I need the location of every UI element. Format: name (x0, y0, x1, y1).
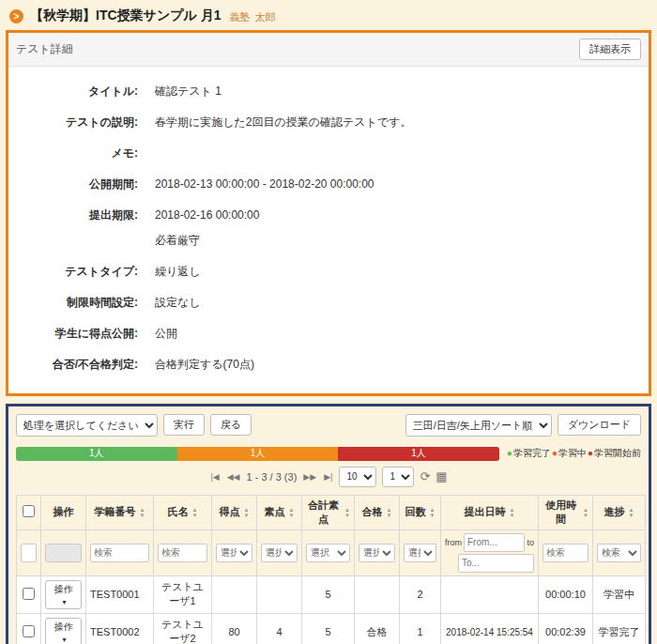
cell-duration: 00:02:39 (539, 613, 593, 644)
col-raw-score[interactable]: 素点 (257, 495, 302, 529)
progress-row: 1人 1人 1人 学習完了 学習中 学習開始前 (16, 447, 641, 461)
field-title-label: タイトル: (20, 84, 138, 100)
filter-progress-cell: 検索 (593, 529, 646, 575)
action-select-top[interactable]: 処理を選択してください (16, 414, 158, 437)
progress-legend: 学習完了 学習中 学習開始前 (507, 447, 641, 460)
cell-raw-score (257, 575, 302, 613)
cell-duration: 00:00:10 (539, 575, 593, 613)
field-publish-period-value: 2018-02-13 00:00:00 - 2018-02-20 00:00:0… (155, 176, 374, 192)
progress-bar: 1人 1人 1人 (16, 447, 499, 461)
pager-first-icon[interactable] (209, 472, 220, 482)
row-checkbox-cell (17, 613, 41, 644)
col-submitted-at[interactable]: 提出日時 (441, 495, 539, 529)
progress-segment-complete: 1人 (16, 447, 177, 461)
filter-count-cell: 選択 (400, 529, 441, 575)
sort-order-select[interactable]: 三田/日吉/矢上用ソート順 (405, 414, 552, 437)
submitted-to-input[interactable] (458, 554, 534, 573)
cell-score (212, 575, 257, 613)
field-time-limit: 制限時間設定: 設定なし (20, 295, 637, 311)
results-panel: 処理を選択してください 実行 戻る 三田/日吉/矢上用ソート順 ダウンロード 1… (6, 404, 651, 644)
filter-name-cell (154, 529, 212, 575)
sort-icon[interactable] (244, 507, 250, 518)
col-student-id[interactable]: 学籍番号 (86, 495, 154, 529)
legend-complete: 学習完了 (507, 447, 551, 460)
sort-icon[interactable] (387, 507, 392, 518)
pager-last-icon[interactable] (323, 472, 333, 482)
filter-raw-score-cell: 選択 (257, 529, 302, 575)
raw-score-filter-select[interactable]: 選択 (261, 544, 298, 562)
pass-filter-select[interactable]: 選択 (359, 544, 395, 562)
panel-title: テスト詳細 (16, 41, 73, 57)
cell-pass (355, 575, 400, 613)
filter-action-box (45, 544, 82, 562)
duration-filter-input[interactable] (542, 544, 588, 562)
deadline-datetime: 2018-02-16 00:00:00 (155, 207, 259, 223)
sort-icon[interactable] (289, 507, 295, 518)
count-filter-select[interactable]: 選択 (404, 544, 436, 562)
cell-name: テストユーザ2 (154, 613, 212, 644)
page-size-select[interactable]: 10 (339, 467, 376, 487)
cell-student-id: TEST0001 (86, 575, 154, 613)
back-button-top[interactable]: 戻る (210, 414, 252, 436)
row-action-cell: 操作 (41, 575, 86, 613)
row-action-button[interactable]: 操作 (45, 618, 82, 644)
col-score[interactable]: 得点 (212, 495, 257, 529)
col-progress[interactable]: 進捗 (593, 495, 646, 529)
header-link-user-family-name[interactable]: 義塾 (230, 10, 251, 24)
row-action-button[interactable]: 操作 (45, 580, 82, 609)
test-detail-body: タイトル: 確認テスト 1 テストの説明: 春学期に実施した2回目の授業の確認テ… (8, 67, 649, 393)
to-label: to (527, 538, 534, 547)
sort-icon[interactable] (629, 507, 634, 518)
header-link-user-given-name[interactable]: 太郎 (255, 10, 276, 24)
sort-icon[interactable] (510, 507, 515, 518)
sort-icon[interactable] (192, 507, 198, 518)
sort-icon[interactable] (140, 507, 145, 518)
table-row: 操作 TEST0002 テストユーザ2 80 4 5 合格 1 2018-02-… (17, 613, 646, 644)
total-raw-filter-select[interactable]: 選択 (306, 544, 350, 562)
field-pass-judgement-label: 合否/不合格判定: (20, 357, 138, 373)
field-test-type-label: テストタイプ: (20, 264, 138, 280)
sort-icon[interactable] (583, 507, 588, 518)
field-time-limit-label: 制限時間設定: (20, 295, 138, 311)
filter-pass-cell: 選択 (355, 529, 400, 575)
sort-icon[interactable] (344, 507, 350, 518)
cell-score: 80 (212, 613, 257, 644)
col-total-raw-score[interactable]: 合計素点 (302, 495, 355, 529)
pager-next-icon[interactable] (302, 472, 317, 482)
field-score-publish-label: 学生に得点公開: (20, 326, 138, 342)
cell-submitted-at (441, 575, 539, 613)
sort-icon[interactable] (430, 507, 435, 518)
col-duration[interactable]: 使用時間 (539, 495, 593, 529)
row-checkbox[interactable] (23, 625, 35, 637)
field-title: タイトル: 確認テスト 1 (20, 84, 637, 100)
field-deadline-label: 提出期限: (20, 207, 138, 249)
col-count[interactable]: 回数 (400, 495, 441, 529)
submitted-from-input[interactable] (464, 533, 525, 552)
download-button[interactable]: ダウンロード (558, 414, 641, 436)
progress-filter-select[interactable]: 検索 (597, 544, 641, 562)
score-filter-select[interactable]: 選択 (216, 544, 252, 562)
col-name[interactable]: 氏名 (154, 495, 212, 529)
cell-progress: 学習完了 (593, 613, 646, 644)
select-all-header (17, 495, 41, 529)
detail-view-button[interactable]: 詳細表示 (579, 38, 641, 60)
name-filter-input[interactable] (158, 544, 207, 562)
field-memo: メモ: (20, 146, 637, 161)
columns-icon[interactable] (435, 470, 447, 483)
filter-checkbox-cell (17, 529, 41, 575)
filter-action-cell (41, 529, 86, 575)
page-number-select[interactable]: 1 (382, 467, 414, 487)
refresh-icon[interactable] (420, 470, 430, 483)
pager-prev-icon[interactable] (226, 472, 241, 482)
row-checkbox[interactable] (23, 588, 35, 600)
student-id-filter-input[interactable] (90, 544, 149, 562)
col-pass[interactable]: 合格 (355, 495, 400, 529)
breadcrumb-arrow-icon (9, 9, 23, 23)
select-all-checkbox[interactable] (23, 505, 35, 517)
results-toolbar-top: 処理を選択してください 実行 戻る 三田/日吉/矢上用ソート順 ダウンロード (16, 414, 641, 437)
execute-button-top[interactable]: 実行 (163, 414, 205, 436)
cell-pass: 合格 (355, 613, 400, 644)
deadline-note: 必着厳守 (155, 233, 259, 249)
progress-segment-notstarted: 1人 (338, 447, 499, 461)
field-score-publish: 学生に得点公開: 公開 (20, 326, 637, 342)
